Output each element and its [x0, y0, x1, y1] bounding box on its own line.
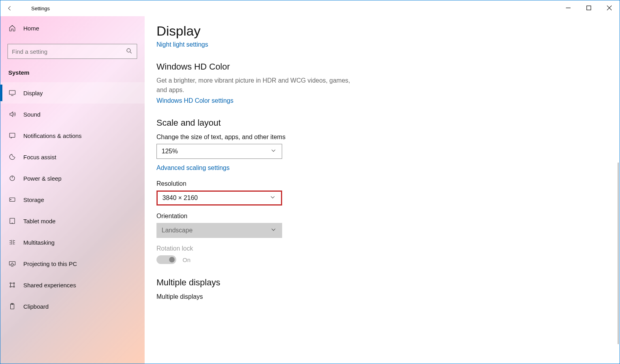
sidebar-item-home[interactable]: Home — [0, 18, 145, 38]
scrollbar[interactable] — [618, 162, 619, 344]
resolution-value: 3840 × 2160 — [162, 194, 198, 202]
rotation-lock-label: Rotation lock — [156, 245, 604, 252]
chevron-down-icon — [269, 194, 276, 202]
minimize-button[interactable] — [558, 0, 579, 15]
resolution-label: Resolution — [156, 180, 604, 187]
sidebar-item-multitasking[interactable]: Multitasking — [0, 232, 145, 253]
projecting-icon — [8, 260, 16, 267]
sidebar-nav: Display Sound Notifications & actions Fo… — [0, 82, 145, 317]
sidebar-section-label: System — [0, 62, 145, 80]
orientation-label: Orientation — [156, 213, 604, 220]
windows-hd-color-desc: Get a brighter, more vibrant picture in … — [156, 76, 362, 95]
night-light-settings-link[interactable]: Night light settings — [156, 41, 208, 48]
clipboard-icon — [8, 303, 16, 310]
home-icon — [8, 25, 16, 32]
svg-rect-2 — [9, 91, 15, 94]
sidebar-item-label: Sound — [23, 111, 40, 118]
display-icon — [8, 89, 16, 96]
multiple-displays-label: Multiple displays — [156, 293, 604, 300]
sidebar-item-focus-assist[interactable]: Focus assist — [0, 146, 145, 168]
svg-point-1 — [127, 49, 130, 52]
rotation-lock-value: On — [183, 256, 190, 263]
sidebar-item-tablet-mode[interactable]: Tablet mode — [0, 210, 145, 232]
sidebar-item-label: Tablet mode — [23, 218, 56, 224]
rotation-lock-toggle — [156, 255, 176, 264]
titlebar: Settings — [0, 0, 620, 16]
scale-and-layout-heading: Scale and layout — [156, 118, 604, 128]
multiple-displays-heading: Multiple displays — [156, 277, 604, 288]
storage-icon — [8, 196, 16, 203]
notifications-icon — [8, 132, 16, 139]
svg-rect-8 — [9, 262, 15, 265]
chevron-down-icon — [270, 226, 277, 235]
advanced-scaling-settings-link[interactable]: Advanced scaling settings — [156, 164, 230, 172]
sidebar-item-clipboard[interactable]: Clipboard — [0, 296, 145, 317]
search-row — [0, 38, 145, 62]
focus-assist-icon — [8, 153, 16, 160]
svg-point-9 — [10, 283, 11, 284]
home-label: Home — [23, 25, 39, 32]
tablet-icon — [8, 217, 16, 224]
toggle-knob — [169, 257, 175, 262]
search-input[interactable] — [12, 48, 126, 55]
resolution-dropdown[interactable]: 3840 × 2160 — [156, 190, 282, 206]
text-size-value: 125% — [162, 148, 178, 155]
window-title: Settings — [31, 6, 50, 11]
sidebar: Home System Display Sound — [0, 16, 145, 364]
orientation-value: Landscape — [162, 227, 192, 234]
sidebar-item-label: Multitasking — [23, 239, 55, 246]
back-button[interactable] — [2, 0, 18, 16]
sidebar-item-label: Focus assist — [23, 154, 56, 160]
close-icon — [607, 5, 612, 11]
text-size-label: Change the size of text, apps, and other… — [156, 134, 604, 141]
power-icon — [8, 175, 16, 182]
svg-rect-0 — [587, 6, 591, 10]
sidebar-item-label: Power & sleep — [23, 175, 62, 182]
sidebar-item-label: Storage — [23, 196, 44, 203]
sidebar-item-shared-experiences[interactable]: Shared experiences — [0, 274, 145, 296]
multitasking-icon — [8, 239, 16, 246]
windows-hd-color-heading: Windows HD Color — [156, 62, 604, 72]
sidebar-item-label: Notifications & actions — [23, 132, 82, 139]
sidebar-item-label: Shared experiences — [23, 282, 76, 289]
svg-point-12 — [13, 286, 15, 287]
maximize-button[interactable] — [579, 0, 599, 15]
text-size-dropdown[interactable]: 125% — [156, 144, 282, 159]
chevron-down-icon — [270, 147, 277, 156]
search-icon — [126, 47, 133, 56]
sidebar-item-power-sleep[interactable]: Power & sleep — [0, 168, 145, 189]
svg-rect-7 — [10, 218, 15, 224]
rotation-lock-row: On — [156, 255, 604, 264]
sidebar-item-label: Clipboard — [23, 303, 49, 310]
sidebar-item-label: Projecting to this PC — [23, 260, 77, 267]
orientation-dropdown: Landscape — [156, 223, 282, 238]
svg-point-6 — [11, 199, 11, 200]
sidebar-item-storage[interactable]: Storage — [0, 189, 145, 210]
sidebar-item-display[interactable]: Display — [0, 82, 145, 104]
content-pane: Display Night light settings Windows HD … — [145, 16, 620, 364]
sidebar-item-label: Display — [23, 90, 43, 96]
settings-window: Settings Home — [0, 0, 620, 364]
search-input-container[interactable] — [8, 44, 137, 59]
close-button[interactable] — [599, 0, 620, 15]
sidebar-item-projecting[interactable]: Projecting to this PC — [0, 253, 145, 274]
page-title: Display — [156, 23, 604, 39]
shared-icon — [8, 281, 16, 289]
svg-rect-3 — [9, 133, 15, 138]
windows-hd-color-settings-link[interactable]: Windows HD Color settings — [156, 97, 234, 104]
svg-point-11 — [10, 286, 11, 287]
maximize-icon — [586, 5, 592, 11]
sidebar-item-sound[interactable]: Sound — [0, 104, 145, 125]
minimize-icon — [565, 5, 571, 11]
svg-point-10 — [13, 283, 15, 284]
window-controls — [558, 0, 620, 15]
arrow-left-icon — [6, 5, 13, 12]
sound-icon — [8, 111, 16, 118]
sidebar-item-notifications[interactable]: Notifications & actions — [0, 125, 145, 146]
